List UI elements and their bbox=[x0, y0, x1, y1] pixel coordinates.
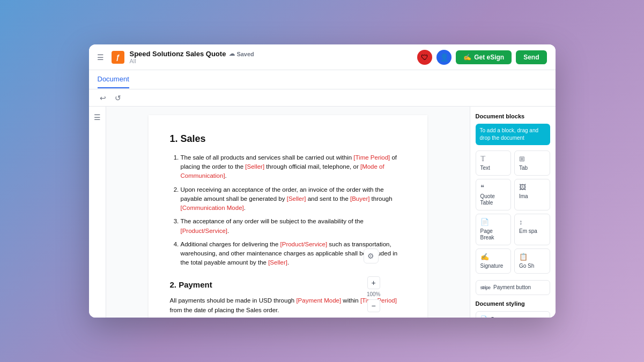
zoom-value: 100% bbox=[367, 291, 381, 297]
header-actions: 🛡 👤 ✍ Get eSign Send bbox=[417, 50, 546, 65]
app-window: ☰ ƒ Speed Solutionz Sales Quote ☁ Saved … bbox=[89, 44, 556, 318]
block-text-label: Text bbox=[480, 165, 490, 171]
block-payment[interactable]: stripe Payment button bbox=[476, 280, 550, 295]
placeholder-product-2: [Product/Service] bbox=[280, 241, 328, 247]
styling-section-title: Document styling bbox=[476, 300, 550, 307]
avatar-blue[interactable]: 👤 bbox=[436, 50, 451, 65]
right-panel: Document blocks To add a block, drag and… bbox=[470, 107, 556, 318]
undo-button[interactable]: ↩ bbox=[98, 93, 108, 103]
tabs-bar: Document bbox=[89, 70, 556, 89]
placeholder-comm-mode: [Communication Mode] bbox=[181, 205, 244, 211]
placeholder-payment-mode: [Payment Mode] bbox=[296, 297, 341, 304]
app-logo: ƒ bbox=[112, 51, 124, 64]
placeholder-seller-3: [Seller] bbox=[268, 259, 287, 266]
list-item: Upon receiving an acceptance of the orde… bbox=[181, 185, 406, 213]
quote-block-icon: ❝ bbox=[480, 183, 484, 191]
header: ☰ ƒ Speed Solutionz Sales Quote ☁ Saved … bbox=[89, 44, 556, 70]
cover-page-icon: 📄 bbox=[480, 315, 487, 318]
get-esign-button[interactable]: ✍ Get eSign bbox=[456, 50, 512, 64]
tab-document[interactable]: Document bbox=[98, 75, 129, 88]
send-button[interactable]: Send bbox=[516, 50, 546, 64]
block-gosheet[interactable]: 📋 Go Sh bbox=[514, 248, 550, 274]
block-signature-label: Signature bbox=[480, 263, 504, 269]
block-image[interactable]: 🖼 Ima bbox=[514, 179, 550, 210]
emspace-block-icon: ↕ bbox=[519, 218, 523, 226]
tab-block-icon: ⊞ bbox=[519, 155, 525, 163]
placeholder-seller-1: [Seller] bbox=[245, 163, 264, 170]
list-item: The acceptance of any order will be subj… bbox=[181, 217, 406, 236]
block-tab[interactable]: ⊞ Tab bbox=[514, 150, 550, 176]
header-title-block: Speed Solutionz Sales Quote ☁ Saved All bbox=[130, 50, 412, 64]
document-subtitle: All bbox=[130, 58, 412, 64]
block-quote-table[interactable]: ❝ Quote Table bbox=[476, 179, 512, 210]
block-signature[interactable]: ✍ Signature bbox=[476, 248, 512, 274]
block-pagebreak-label: Page Break bbox=[480, 228, 507, 241]
block-page-break[interactable]: 📄 Page Break bbox=[476, 214, 512, 245]
pagebreak-block-icon: 📄 bbox=[480, 218, 489, 226]
panel-hint: To add a block, drag and drop the docume… bbox=[476, 124, 550, 145]
section1-title: 1. Sales bbox=[170, 131, 406, 147]
block-quote-label: Quote Table bbox=[480, 193, 507, 206]
esign-icon: ✍ bbox=[463, 54, 471, 61]
zoom-in-button[interactable]: + bbox=[367, 276, 380, 289]
zoom-out-button[interactable]: − bbox=[367, 299, 380, 312]
document-title: Speed Solutionz Sales Quote ☁ Saved bbox=[130, 50, 412, 58]
panel-title: Document blocks bbox=[476, 113, 550, 119]
placeholder-seller-2: [Seller] bbox=[287, 195, 306, 202]
placeholder-mode: [Mode of Communication] bbox=[181, 163, 384, 179]
placeholder-product-1: [Product/Service] bbox=[181, 228, 228, 234]
gosheet-block-icon: 📋 bbox=[519, 253, 528, 261]
text-block-icon: 𝕋 bbox=[480, 155, 485, 163]
blocks-grid: 𝕋 Text ⊞ Tab ❝ Quote Table 🖼 Ima bbox=[476, 150, 550, 274]
placeholder-buyer-1: [Buyer] bbox=[350, 195, 369, 202]
block-image-label: Ima bbox=[519, 193, 528, 200]
sidebar-list-icon[interactable]: ☰ bbox=[91, 111, 103, 124]
redo-button[interactable]: ↺ bbox=[113, 93, 123, 103]
block-payment-label: Payment button bbox=[493, 284, 531, 291]
block-emspace[interactable]: ↕ Em spa bbox=[514, 214, 550, 245]
signature-block-icon: ✍ bbox=[480, 253, 489, 261]
document-page: 1. Sales The sale of all products and se… bbox=[149, 115, 427, 318]
document-area: 1. Sales The sale of all products and se… bbox=[106, 107, 470, 318]
cloud-icon: ☁ bbox=[229, 50, 235, 57]
image-block-icon: 🖼 bbox=[519, 183, 526, 191]
block-emspace-label: Em spa bbox=[519, 228, 537, 235]
toolbar: ↩ ↺ bbox=[89, 89, 556, 107]
avatar-red[interactable]: 🛡 bbox=[417, 50, 432, 65]
zoom-controls: + 100% − bbox=[367, 276, 381, 312]
block-tab-label: Tab bbox=[519, 165, 528, 171]
block-gosheet-label: Go Sh bbox=[519, 263, 534, 269]
saved-badge: ☁ Saved bbox=[229, 50, 254, 57]
placeholder-time-period: [Time Period] bbox=[353, 154, 390, 161]
list-item: The sale of all products and services sh… bbox=[181, 153, 406, 181]
main-content: ☰ 1. Sales The sale of all products and … bbox=[89, 107, 556, 318]
menu-icon[interactable]: ☰ bbox=[98, 53, 106, 62]
block-text[interactable]: 𝕋 Text bbox=[476, 150, 512, 176]
cover-page-label: Cover page bbox=[491, 316, 520, 318]
payment-block-icon: stripe bbox=[480, 285, 491, 290]
paint-button[interactable]: ⚙ bbox=[364, 248, 379, 263]
cover-page-item[interactable]: 📄 Cover page bbox=[476, 311, 550, 318]
sidebar-icon-area: ☰ bbox=[89, 107, 106, 318]
